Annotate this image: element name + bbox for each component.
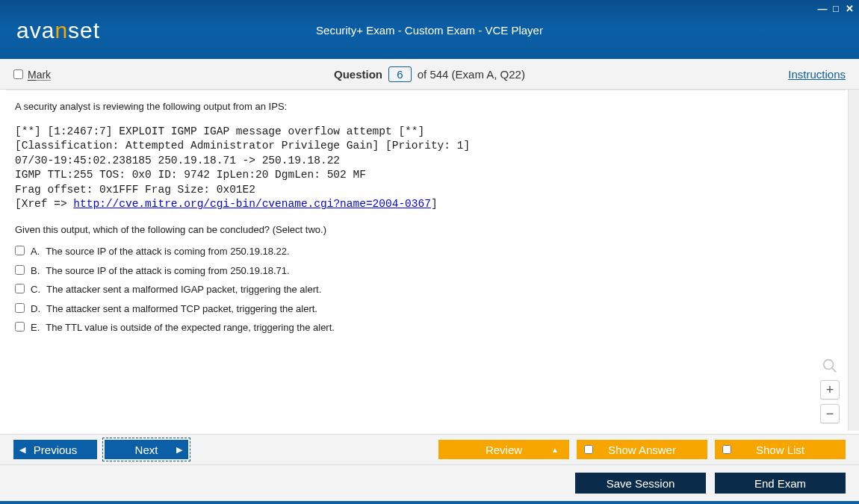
option-d-text: The attacker sent a malformed TCP packet… [46,302,317,317]
next-label: Next [135,444,158,456]
question-number[interactable]: 6 [388,66,411,82]
show-list-label: Show List [756,444,804,456]
previous-button[interactable]: ◀ Previous [13,440,97,459]
option-b[interactable]: B. The source IP of the attack is coming… [15,264,837,279]
triangle-up-icon: ▲ [551,446,559,454]
option-c-letter: C. [31,282,40,297]
option-a-text: The source IP of the attack is coming fr… [46,244,289,259]
chevron-right-icon: ▶ [176,445,182,455]
nav-bar: ◀ Previous Next ▶ Review ▲ Show Answer S… [0,434,859,465]
bottom-bar: Save Session End Exam [0,465,859,504]
zoom-controls: + − [820,358,840,423]
window-title: Security+ Exam - Custom Exam - VCE Playe… [0,24,859,37]
mark-checkbox[interactable] [13,69,23,79]
option-a[interactable]: A. The source IP of the attack is coming… [15,244,837,259]
mark-checkbox-wrap[interactable]: Mark [13,69,51,81]
option-d-letter: D. [31,302,40,317]
info-bar: Mark Question 6 of 544 (Exam A, Q22) Ins… [0,60,859,90]
option-e-text: The TTL value is outside of the expected… [46,320,335,335]
option-d-checkbox[interactable] [15,303,25,313]
title-bar: avanset Security+ Exam - Custom Exam - V… [0,0,859,60]
zoom-out-button[interactable]: − [820,404,840,423]
mark-label[interactable]: Mark [28,69,51,81]
option-c[interactable]: C. The attacker sent a malformed IGAP pa… [15,282,837,297]
window-controls: — □ ✕ [817,3,855,13]
svg-line-1 [832,368,837,373]
chevron-left-icon: ◀ [19,445,25,455]
show-list-checkbox[interactable] [722,445,731,454]
option-d[interactable]: D. The attacker sent a malformed TCP pac… [15,302,837,317]
magnifier-icon[interactable] [822,358,838,374]
show-answer-checkbox[interactable] [584,445,593,454]
mono-post: ] [431,198,438,210]
review-label: Review [486,444,522,456]
previous-label: Previous [34,444,77,456]
options-list: A. The source IP of the attack is coming… [15,244,837,335]
review-button[interactable]: Review ▲ [438,440,569,459]
option-e[interactable]: E. The TTL value is outside of the expec… [15,320,837,335]
show-list-button[interactable]: Show List [715,440,846,459]
maximize-icon[interactable]: □ [831,3,841,13]
option-b-checkbox[interactable] [15,265,25,275]
save-session-button[interactable]: Save Session [575,473,706,494]
next-button[interactable]: Next ▶ [105,440,188,459]
content-area: A security analyst is reviewing the foll… [6,90,846,431]
zoom-in-button[interactable]: + [820,380,840,399]
option-b-letter: B. [31,264,40,279]
instructions-link[interactable]: Instructions [788,68,846,81]
close-icon[interactable]: ✕ [844,3,855,13]
vertical-scrollbar[interactable] [848,90,859,431]
minimize-icon[interactable]: — [817,3,828,13]
option-e-checkbox[interactable] [15,322,25,332]
ips-output: [**] [1:2467:7] EXPLOIT IGMP IGAP messag… [15,125,837,212]
show-answer-button[interactable]: Show Answer [577,440,707,459]
question-prompt: A security analyst is reviewing the foll… [15,99,837,114]
question-subprompt: Given this output, which of the followin… [15,223,837,237]
end-exam-button[interactable]: End Exam [715,473,846,494]
question-of: of 544 (Exam A, Q22) [418,68,525,81]
question-word: Question [334,68,382,81]
option-a-letter: A. [31,244,40,259]
option-b-text: The source IP of the attack is coming fr… [46,264,289,279]
option-c-checkbox[interactable] [15,284,25,293]
option-a-checkbox[interactable] [15,246,25,255]
option-c-text: The attacker sent a malformed IGAP packe… [46,282,321,297]
question-meta: Question 6 of 544 (Exam A, Q22) [0,66,859,82]
xref-link[interactable]: http://cve.mitre.org/cgi-bin/cvename.cgi… [73,198,431,210]
svg-point-0 [824,360,834,370]
option-e-letter: E. [31,320,40,335]
show-answer-label: Show Answer [608,444,676,456]
